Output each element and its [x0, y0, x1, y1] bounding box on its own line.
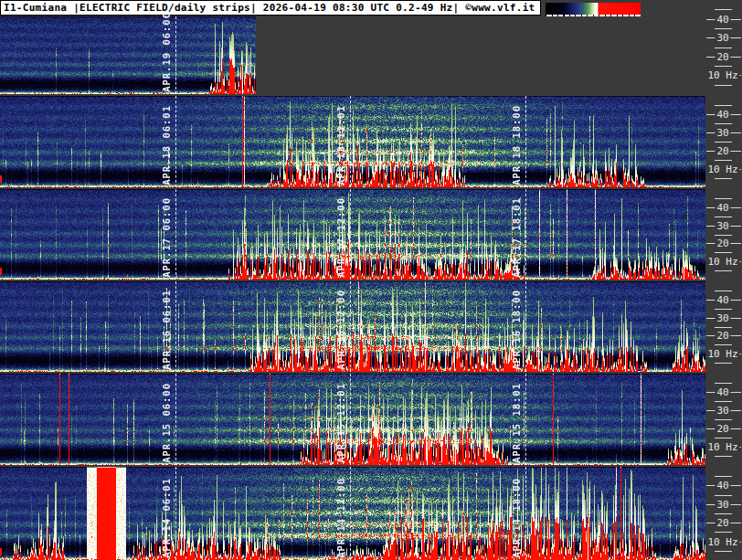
- spectrogram-canvas: [0, 16, 705, 94]
- time-tick-line: [350, 189, 351, 280]
- spectrogram-strip-apr-18: APR.18 06:01APR.18 12:01APR.18 18:004030…: [0, 96, 742, 187]
- time-tick-line: [175, 189, 176, 280]
- strips-container: APR.19 06:0040302010 HzAPR.18 06:01APR.1…: [0, 0, 742, 560]
- time-tick-label: APR.18 06:01: [161, 105, 172, 185]
- frequency-tick-label: 30: [715, 32, 730, 44]
- time-tick-label: APR.15 06:00: [161, 383, 172, 463]
- frequency-minor-tick: [715, 344, 732, 345]
- time-tick-line: [175, 16, 176, 94]
- frequency-minor-tick: [715, 383, 732, 384]
- frequency-minor-tick: [715, 66, 732, 67]
- time-tick-line: [350, 96, 351, 187]
- frequency-minor-tick: [715, 270, 732, 271]
- frequency-minor-tick: [715, 9, 732, 10]
- frequency-tick-label: 10 Hz: [705, 164, 739, 175]
- frequency-axis: 40302010 Hz: [705, 281, 742, 372]
- spectrogram-canvas: [0, 374, 705, 465]
- time-tick-label: APR.14 12:00: [335, 478, 346, 558]
- frequency-tick-label: 40: [715, 480, 730, 491]
- frequency-tick-label: 10 Hz: [705, 348, 739, 360]
- frequency-tick-label: 40: [715, 202, 730, 214]
- frequency-minor-tick: [715, 438, 732, 438]
- frequency-tick-label: 20: [715, 423, 730, 435]
- frequency-minor-tick: [715, 309, 732, 310]
- frequency-minor-tick: [715, 513, 732, 514]
- frequency-minor-tick: [715, 85, 732, 86]
- frequency-axis: 40302010 Hz: [705, 96, 742, 187]
- time-tick-label: APR.16 18:00: [511, 290, 522, 370]
- frequency-minor-tick: [715, 532, 732, 533]
- frequency-tick-label: 10 Hz: [705, 256, 739, 268]
- frequency-tick-label: 30: [715, 127, 730, 139]
- frequency-tick-label: 20: [715, 517, 730, 529]
- frequency-minor-tick: [715, 48, 732, 48]
- time-tick-label: APR.16 12:00: [335, 290, 346, 370]
- time-tick-line: [350, 281, 351, 372]
- time-tick-label: APR.15 18:01: [511, 383, 522, 463]
- frequency-minor-tick: [715, 363, 732, 364]
- frequency-minor-tick: [715, 105, 732, 106]
- frequency-minor-tick: [715, 401, 732, 402]
- time-tick-line: [350, 467, 351, 560]
- frequency-tick-label: 20: [715, 145, 730, 157]
- spectrogram-canvas: [0, 467, 705, 560]
- spectrogram-canvas: [0, 189, 705, 280]
- frequency-minor-tick: [715, 456, 732, 457]
- frequency-minor-tick: [715, 495, 732, 496]
- frequency-tick-label: 30: [715, 405, 730, 417]
- time-tick-label: APR.17 06:00: [161, 197, 172, 278]
- frequency-tick-label: 30: [715, 220, 730, 232]
- spectrogram-canvas: [0, 96, 705, 187]
- frequency-minor-tick: [715, 327, 732, 328]
- spectrogram-strip-apr-17: APR.17 06:00APR.17 12:00APR.17 18:014030…: [0, 189, 742, 280]
- frequency-minor-tick: [715, 217, 732, 217]
- frequency-minor-tick: [715, 551, 732, 552]
- frequency-minor-tick: [715, 123, 732, 124]
- frequency-minor-tick: [715, 235, 732, 236]
- time-tick-label: APR.15 12:01: [335, 383, 346, 463]
- spectrogram-canvas: [0, 281, 705, 372]
- frequency-tick-label: 30: [715, 312, 730, 324]
- frequency-tick-label: 20: [715, 238, 730, 249]
- frequency-axis: 40302010 Hz: [705, 467, 742, 560]
- frequency-tick-label: 40: [715, 109, 730, 121]
- time-tick-label: APR.18 12:01: [335, 105, 346, 185]
- frequency-minor-tick: [715, 252, 732, 253]
- frequency-axis: 40302010 Hz: [705, 374, 742, 465]
- time-tick-line: [525, 374, 526, 465]
- time-tick-line: [525, 96, 526, 187]
- time-tick-label: APR.18 18:00: [511, 105, 522, 185]
- time-tick-label: APR.17 18:01: [511, 197, 522, 278]
- frequency-axis: 40302010 Hz: [705, 189, 742, 280]
- frequency-minor-tick: [715, 476, 732, 477]
- vlf-daily-strips-app: I1-Cumiana |ELECTRIC FIELD/daily strips|…: [0, 0, 742, 560]
- time-tick-label: APR.19 06:00: [161, 12, 172, 92]
- time-tick-label: APR.17 12:00: [335, 197, 346, 278]
- time-tick-line: [175, 467, 176, 560]
- frequency-minor-tick: [715, 142, 732, 143]
- time-tick-label: APR.16 06:01: [161, 290, 172, 370]
- frequency-minor-tick: [715, 419, 732, 420]
- frequency-tick-label: 40: [715, 294, 730, 306]
- time-tick-line: [525, 281, 526, 372]
- frequency-tick-label: 20: [715, 330, 730, 342]
- time-tick-line: [350, 374, 351, 465]
- frequency-tick-label: 10 Hz: [705, 441, 739, 453]
- spectrogram-strip-apr-19: APR.19 06:0040302010 Hz: [0, 16, 742, 94]
- spectrogram-strip-apr-15: APR.15 06:00APR.15 12:01APR.15 18:014030…: [0, 374, 742, 465]
- frequency-tick-label: 10 Hz: [705, 536, 739, 548]
- frequency-minor-tick: [715, 160, 732, 161]
- frequency-minor-tick: [715, 28, 732, 29]
- frequency-minor-tick: [715, 198, 732, 199]
- spectrogram-strip-apr-14: APR.14 06:01APR.14 12:00APR.14 18:004030…: [0, 467, 742, 560]
- frequency-tick-label: 40: [715, 14, 730, 26]
- time-tick-line: [175, 281, 176, 372]
- frequency-tick-label: 10 Hz: [705, 69, 739, 81]
- frequency-minor-tick: [715, 178, 732, 179]
- frequency-axis: 40302010 Hz: [705, 0, 742, 94]
- time-tick-line: [175, 96, 176, 187]
- frequency-tick-label: 20: [715, 51, 730, 63]
- time-tick-line: [525, 467, 526, 560]
- time-tick-label: APR.14 18:00: [511, 478, 522, 558]
- frequency-tick-label: 30: [715, 499, 730, 511]
